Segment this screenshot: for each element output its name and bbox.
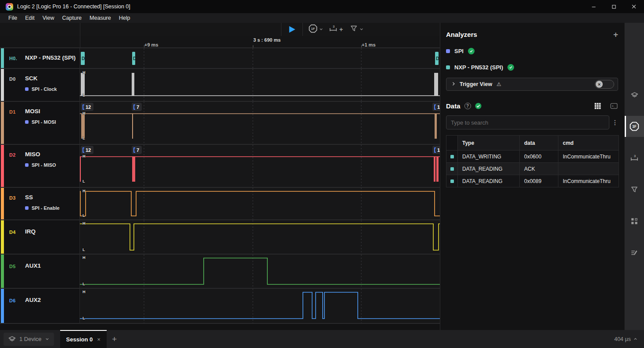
row-marker-icon: [450, 155, 454, 158]
channel-id: D5: [9, 264, 16, 269]
trigger-button[interactable]: [348, 24, 366, 35]
column-header-type[interactable]: Type: [458, 136, 520, 151]
waveform-ss[interactable]: HL: [80, 188, 440, 219]
channel-label[interactable]: D3SSSPI - Enable: [0, 188, 80, 219]
measure-button[interactable]: 3 +: [327, 24, 345, 35]
chevron-right-icon: [451, 80, 456, 88]
analyzer-frame-bubble[interactable]: D: [132, 52, 135, 65]
channel-row-ss: D3SSSPI - EnableHL: [0, 188, 440, 220]
waveform-nxp-pn532-spi-[interactable]: DDD: [80, 48, 440, 68]
channel-label[interactable]: D0SCKSPI - Clock: [0, 69, 80, 101]
waveform-miso[interactable]: HL12712: [80, 145, 440, 187]
menu-file[interactable]: File: [4, 14, 21, 22]
waveform-mosi[interactable]: HL12712: [80, 102, 440, 144]
waveform-sck[interactable]: HL: [80, 69, 440, 101]
analyzer-item-nxp-pn532-spi-[interactable]: NXP - PN532 (SPI): [446, 64, 618, 71]
menu-capture[interactable]: Capture: [58, 14, 86, 22]
tab-session-0[interactable]: Session 0 ×: [60, 330, 107, 348]
menu-measure[interactable]: Measure: [86, 14, 115, 22]
devices-icon: [630, 91, 639, 99]
channel-id: D6: [9, 298, 16, 303]
analyzer-frame-bubble[interactable]: D: [81, 52, 85, 65]
channel-label[interactable]: D5AUX1: [0, 255, 80, 288]
start-capture-button[interactable]: [285, 24, 299, 35]
ruler-tick: [253, 45, 253, 47]
capture-mode-button[interactable]: 1F: [307, 24, 325, 35]
window-controls: [583, 0, 644, 13]
data-search-input[interactable]: [446, 115, 609, 129]
svg-text:3: 3: [333, 25, 335, 29]
svg-text:3: 3: [634, 154, 636, 158]
channel-color-strip: [1, 255, 4, 288]
trigger-view-label: Trigger View: [460, 81, 492, 87]
analyzer-frame-bubble[interactable]: D: [435, 52, 439, 65]
cell-cmd: InCommunicateThru: [558, 151, 619, 163]
trigger-view-toggle[interactable]: ×: [595, 80, 614, 89]
trigger-icon: [630, 186, 638, 194]
frame-value-bubble[interactable]: 12: [432, 146, 440, 154]
waveform-irq[interactable]: HL: [80, 220, 440, 254]
channel-color-strip: [1, 69, 4, 101]
maximize-button[interactable]: [604, 0, 624, 13]
data-table: Typedatacmd DATA_WRITING0x0600InCommunic…: [446, 135, 619, 187]
device-selector[interactable]: 1 Device: [4, 333, 54, 346]
menu-edit[interactable]: Edit: [21, 14, 39, 22]
channel-label[interactable]: D1MOSISPI - MOSI: [0, 102, 80, 144]
help-icon[interactable]: ?: [464, 103, 471, 109]
row-marker-cell: [446, 175, 458, 187]
channel-label[interactable]: D2MISOSPI - MISO: [0, 145, 80, 187]
close-button[interactable]: [624, 0, 644, 13]
frame-bracket-icon: [133, 104, 135, 110]
table-row[interactable]: DATA_READINGACK: [446, 163, 619, 175]
zoom-indicator[interactable]: 404 µs: [614, 336, 638, 342]
analyzer-bullet-icon: [25, 87, 29, 91]
terminal-view-button[interactable]: >_: [610, 102, 618, 110]
column-header-data[interactable]: data: [520, 136, 558, 151]
waveform-aux1[interactable]: HL: [80, 255, 440, 288]
device-icon: [8, 335, 16, 343]
table-view-button[interactable]: [594, 102, 601, 110]
annotations-icon: [630, 249, 638, 257]
column-header-cmd[interactable]: cmd: [558, 136, 619, 151]
annotations-rail-button[interactable]: [625, 242, 644, 263]
row-marker-icon: [450, 179, 454, 183]
row-marker-cell: [446, 151, 458, 163]
low-level-label: L: [83, 316, 85, 320]
frame-value-bubble[interactable]: 12: [81, 103, 94, 111]
frame-value-bubble[interactable]: 7: [132, 146, 142, 154]
trigger-rail-button[interactable]: [625, 179, 644, 200]
close-tab-icon[interactable]: ×: [97, 336, 101, 343]
channel-label[interactable]: H0.NXP - PN532 (SPI): [0, 48, 80, 68]
measure-rail-button[interactable]: 3: [625, 147, 644, 169]
table-row[interactable]: DATA_READING0x0089InCommunicateThru: [446, 175, 619, 187]
channel-label[interactable]: D4IRQ: [0, 220, 80, 254]
menu-help[interactable]: Help: [115, 14, 134, 22]
waveform-aux2[interactable]: HL: [80, 289, 440, 323]
analyzer-item-spi[interactable]: SPI: [446, 48, 618, 54]
menu-view[interactable]: View: [39, 14, 58, 22]
channel-id: H0.: [9, 56, 17, 61]
frame-value-bubble[interactable]: 7: [132, 103, 142, 111]
timeline-ruler[interactable]: +9 ms3 s : 690 ms+1 ms: [0, 36, 440, 48]
extensions-rail-button[interactable]: [625, 211, 644, 232]
channel-analyzer-label: SPI - MISO: [32, 162, 56, 168]
channel-label[interactable]: D6AUX2: [0, 289, 80, 323]
add-session-button[interactable]: +: [112, 334, 117, 344]
add-analyzer-button[interactable]: +: [613, 32, 618, 38]
channel-color-strip: [1, 48, 4, 68]
table-row[interactable]: DATA_WRITING0x0600InCommunicateThru: [446, 151, 619, 163]
chevron-down-icon: [319, 25, 324, 33]
session-tab-label: Session 0: [66, 336, 93, 343]
search-options-icon[interactable]: ⋮: [612, 119, 618, 126]
trigger-view-row[interactable]: Trigger View ⚠ ×: [446, 78, 618, 91]
high-level-label: H: [83, 221, 86, 226]
frame-value-bubble[interactable]: 12: [81, 146, 94, 154]
data-title: Data: [446, 102, 461, 110]
column-marker: [446, 136, 458, 151]
frame-value-bubble[interactable]: 12: [432, 103, 440, 111]
minimize-button[interactable]: [583, 0, 604, 13]
capture-settings-rail-button[interactable]: 1F: [625, 116, 644, 137]
frame-value: 12: [86, 104, 91, 110]
measure-icon: 3: [630, 154, 639, 162]
devices-rail-button[interactable]: [625, 84, 644, 105]
